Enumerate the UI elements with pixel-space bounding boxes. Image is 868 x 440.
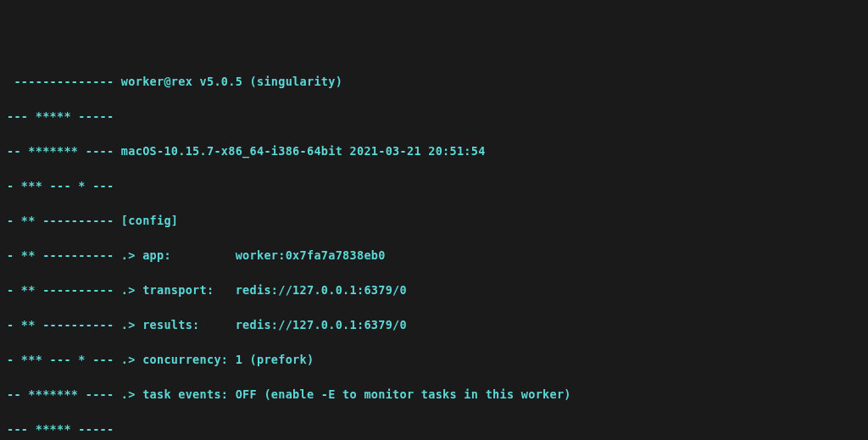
config-task-events: .> task events: OFF (enable -E to monito… xyxy=(121,387,571,401)
banner-art: - ** ---------- xyxy=(7,283,121,297)
config-concurrency: .> concurrency: 1 (prefork) xyxy=(121,353,314,366)
platform-info: macOS-10.15.7-x86_64-i386-64bit 2021-03-… xyxy=(121,144,486,158)
banner-art: - ** ---------- xyxy=(7,214,121,227)
banner-art: -------------- xyxy=(7,75,121,88)
worker-header: worker@rex v5.0.5 (singularity) xyxy=(121,75,342,88)
banner-art: -- ******* ---- xyxy=(7,144,121,158)
config-results: .> results: redis://127.0.0.1:6379/0 xyxy=(121,318,407,331)
banner-art: - *** --- * --- xyxy=(7,353,121,366)
banner-art: - ** ---------- xyxy=(7,248,121,262)
banner-art: - ** ---------- xyxy=(7,318,121,331)
banner-art: - *** --- * --- xyxy=(7,179,114,192)
banner-art: -- ******* ---- xyxy=(7,387,121,401)
banner-art: --- ***** ----- xyxy=(7,422,114,436)
config-app: .> app: worker:0x7fa7a7838eb0 xyxy=(121,248,386,262)
config-header: [config] xyxy=(121,214,178,227)
banner-art: --- ***** ----- xyxy=(7,109,114,123)
config-transport: .> transport: redis://127.0.0.1:6379/0 xyxy=(121,283,407,297)
